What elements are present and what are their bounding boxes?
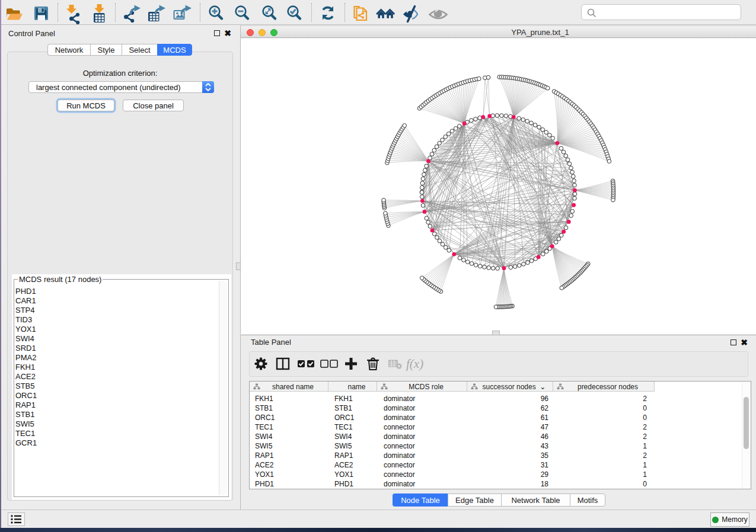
svg-text:f(x): f(x): [406, 357, 423, 371]
